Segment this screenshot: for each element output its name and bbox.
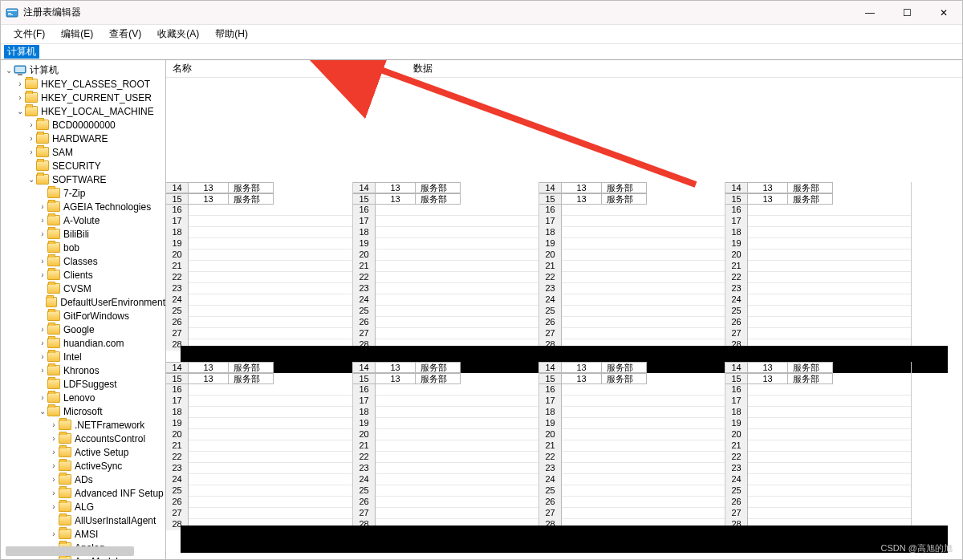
tree-ads[interactable]: ›ADs (1, 473, 165, 486)
row-number: 20 (539, 250, 562, 261)
tree-microsoft[interactable]: ⌄Microsoft (1, 404, 165, 418)
address-bar[interactable]: 计算机 (1, 44, 962, 60)
tree-khronos[interactable]: ›Khronos (1, 363, 165, 377)
col-data[interactable]: 数据 (407, 62, 495, 75)
tree-hardware[interactable]: ›HARDWARE (1, 132, 165, 145)
tree-gfw[interactable]: ›GitForWindows (1, 309, 165, 323)
tree-google[interactable]: ›Google (1, 323, 165, 336)
tree-pane[interactable]: ⌄计算机 ›HKEY_CLASSES_ROOT ›HKEY_CURRENT_US… (1, 60, 166, 559)
tree-root[interactable]: ⌄计算机 (1, 63, 165, 77)
tree-activesync[interactable]: ›ActiveSync (1, 459, 165, 473)
row-number: 16 (539, 384, 562, 396)
address-path: 计算机 (4, 45, 39, 59)
row-number: 15 (725, 193, 748, 205)
sheet-cell-num: 13 (189, 182, 229, 193)
tree-cvsm[interactable]: ›CVSM (1, 282, 165, 295)
sheet-block: 1413服务部1513服务部16171819202122232425262728 (166, 182, 352, 351)
tree-alg[interactable]: ›ALG (1, 500, 165, 513)
folder-icon (59, 556, 71, 559)
tree-horizontal-scrollbar[interactable] (6, 546, 134, 556)
sheet-cell-text: 服务部 (416, 362, 461, 373)
minimize-button[interactable]: — (851, 1, 888, 24)
folder-icon (47, 338, 60, 348)
folder-icon (25, 79, 38, 89)
row-number: 19 (539, 238, 562, 250)
column-headers[interactable]: 名称 数据 (166, 60, 962, 78)
row-number: 14 (166, 182, 189, 193)
tree-bcd[interactable]: ›BCD00000000 (1, 118, 165, 132)
tree-hkcr[interactable]: ›HKEY_CLASSES_ROOT (1, 77, 165, 91)
col-name[interactable]: 名称 (166, 62, 407, 75)
tree-hklm[interactable]: ⌄HKEY_LOCAL_MACHINE (1, 104, 165, 118)
value-pane: 名称 数据 1413服务部1513服务部16171819202122232425… (166, 60, 962, 559)
menu-edit[interactable]: 编辑(E) (53, 25, 101, 43)
folder-icon (47, 283, 60, 294)
tree-alluser[interactable]: ›AllUserInstallAgent (1, 513, 165, 527)
row-number: 14 (539, 362, 562, 373)
row-number: 25 (166, 306, 189, 317)
tree-classes[interactable]: ›Classes (1, 254, 165, 268)
row-number: 19 (539, 418, 562, 429)
tree-advinf[interactable]: ›Advanced INF Setup (1, 486, 165, 500)
tree-security[interactable]: ›SECURITY (1, 159, 165, 172)
row-number: 16 (353, 205, 376, 216)
tree-lenovo[interactable]: ›Lenovo (1, 391, 165, 404)
row-number: 14 (725, 362, 748, 373)
tree-7zip[interactable]: ›7-Zip (1, 186, 165, 200)
sheet-block: 1413服务部1513服务部16171819202122232425262728 (725, 182, 911, 351)
tree-intel[interactable]: ›Intel (1, 350, 165, 363)
menu-file[interactable]: 文件(F) (6, 25, 53, 43)
row-number: 22 (539, 452, 562, 463)
tree-due[interactable]: ›DefaultUserEnvironment (1, 295, 165, 309)
tree-sam[interactable]: ›SAM (1, 145, 165, 159)
row-number: 21 (539, 440, 562, 452)
sheet-cell-num: 13 (562, 373, 602, 384)
sheet-block: 1413服务部1513服务部16171819202122232425262728 (725, 362, 911, 530)
tree-software[interactable]: ⌄SOFTWARE (1, 172, 165, 186)
row-number: 20 (725, 250, 748, 261)
row-number: 18 (353, 227, 376, 238)
sheet-block: 1413服务部1513服务部16171819202122232425262728 (538, 362, 725, 530)
row-number: 21 (725, 440, 748, 452)
menu-favorites[interactable]: 收藏夹(A) (149, 25, 207, 43)
row-number: 20 (353, 429, 376, 440)
row-number: 15 (725, 373, 748, 384)
sheet-cell-text: 服务部 (416, 373, 461, 384)
tree-amsi[interactable]: ›AMSI (1, 527, 165, 541)
sheet-block-edge (911, 182, 943, 351)
tree-hkcu[interactable]: ›HKEY_CURRENT_USER (1, 91, 165, 104)
tree-avolute[interactable]: ›A-Volute (1, 213, 165, 227)
row-number: 23 (539, 463, 562, 474)
folder-icon (59, 474, 71, 485)
row-number: 24 (166, 294, 189, 306)
tree-activesetup[interactable]: ›Active Setup (1, 445, 165, 459)
folder-icon (46, 297, 57, 307)
tree-acctctrl[interactable]: ›AccountsControl (1, 432, 165, 445)
tree-ageia[interactable]: ›AGEIA Technologies (1, 200, 165, 213)
tree-netfx[interactable]: ›.NETFramework (1, 418, 165, 432)
folder-icon (59, 515, 71, 526)
tree-bilibili[interactable]: ›BiliBili (1, 227, 165, 241)
row-number: 14 (353, 362, 376, 373)
tree-bob[interactable]: ›bob (1, 241, 165, 254)
tree-huandian[interactable]: ›huandian.com (1, 336, 165, 350)
tree-clients[interactable]: ›Clients (1, 268, 165, 282)
tree-ldf[interactable]: ›LDFSuggest (1, 377, 165, 391)
row-number: 19 (353, 418, 376, 429)
row-number: 16 (539, 205, 562, 216)
folder-icon (59, 420, 71, 430)
sheet-cell-num: 13 (189, 373, 229, 384)
row-number: 22 (539, 272, 562, 283)
menu-help[interactable]: 帮助(H) (207, 25, 256, 43)
menu-bar: 文件(F) 编辑(E) 查看(V) 收藏夹(A) 帮助(H) (1, 25, 962, 44)
sheet-cell-text: 服务部 (788, 373, 833, 384)
svg-rect-3 (8, 14, 13, 15)
menu-view[interactable]: 查看(V) (101, 25, 149, 43)
folder-icon (36, 160, 49, 171)
row-number: 24 (539, 294, 562, 306)
sheet-cell-num: 13 (748, 362, 788, 373)
sheet-cell-num: 13 (376, 373, 416, 384)
maximize-button[interactable]: ☐ (888, 1, 925, 24)
sheet-cell-text: 服务部 (602, 373, 647, 384)
close-button[interactable]: ✕ (925, 1, 962, 24)
